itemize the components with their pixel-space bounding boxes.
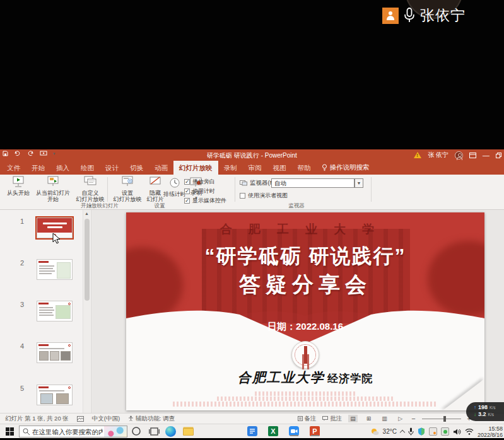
custom-slideshow-icon [83,176,97,187]
taskbar-search[interactable] [19,426,127,437]
tab-help[interactable]: 帮助 [292,161,317,175]
tab-insert[interactable]: 插入 [50,161,75,175]
running-indicator [290,435,298,436]
tab-animations[interactable]: 动画 [149,161,173,175]
thumbnail-slide-3[interactable] [37,301,73,321]
undo-icon[interactable] [14,151,22,156]
minimize-button[interactable]: — [483,149,489,161]
webcam-video-area: 张依宁 [0,0,504,149]
ribbon-tab-row: 文件 开始 插入 绘图 设计 切换 动画 幻灯片放映 录制 审阅 视图 帮助 操… [0,161,504,175]
building-sign-text: 合肥工业大学 [126,221,484,238]
setup-slideshow-icon [120,176,134,187]
monitor-select-caret[interactable]: ▼ [355,178,363,188]
zoom-slider-handle[interactable] [443,416,446,422]
tell-me-search[interactable]: 操作说明搜索 [317,161,375,175]
tab-draw[interactable]: 绘图 [75,161,100,175]
reading-view-button[interactable]: ▥ [380,415,389,422]
presenter-view-checkbox[interactable]: 使用演示者视图 [240,192,288,200]
checkbox-unchecked-icon [240,193,245,199]
setup-slideshow-button[interactable]: 设置 幻灯片放映 [111,176,144,202]
thumbnail-slide-4[interactable] [37,342,73,363]
qat-dropdown-caret[interactable]: ▾ [53,152,56,156]
tab-design[interactable]: 设计 [100,161,124,175]
comments-toggle[interactable]: 批注 [322,415,342,423]
weather-icon[interactable] [370,427,379,436]
powerpoint-window: ▾ 研学砥砺 研说践行 - PowerPoint 张 依宁 — 文件 开始 插入… [0,149,504,424]
start-button[interactable] [6,427,14,436]
tab-file[interactable]: 文件 [1,161,26,175]
upload-speed: ↑ 198 K/s [474,404,501,411]
scrollbar-thumb[interactable] [85,219,90,301]
from-beginning-button[interactable]: 从头开始 [4,176,33,196]
from-current-slide-button[interactable]: 从当前幻灯片 开始 [33,176,73,202]
temperature-label[interactable]: 32°C [383,428,397,435]
slide-canvas[interactable]: 合肥工业大学 “研学砥砺 研说践行” 答疑分享会 日期：2022.08.16 合… [91,210,504,413]
account-avatar[interactable] [455,151,463,159]
running-indicator [311,435,319,436]
play-narrations-checkbox[interactable]: 播放旁白 [184,178,215,186]
tab-transitions[interactable]: 切换 [124,161,149,175]
account-name[interactable]: 张 依宁 [428,151,448,159]
tab-slideshow[interactable]: 幻灯片放映 [173,161,218,175]
file-explorer-icon[interactable] [183,428,194,436]
slideshow-view-button[interactable]: ▷ [396,415,405,422]
monitor-select[interactable]: 自动 [271,178,355,188]
search-input[interactable] [31,428,104,436]
network-speed-overlay[interactable]: ↑ 198 K/s ↓ 3.2 K/s [466,402,504,421]
tab-review[interactable]: 审阅 [243,161,267,175]
show-media-controls-checkbox[interactable]: 显示媒体控件 [184,197,226,205]
slideshow-qat-icon[interactable] [40,151,47,156]
use-timings-checkbox[interactable]: 使用计时 [184,187,215,195]
group-label-start-slideshow: 开始放映幻灯片 [81,202,119,210]
titlebar-right: 张 依宁 — [414,149,501,161]
ribbon-slideshow: 从头开始 从当前幻灯片 开始 自定义 幻灯片放映 ▾ 设置 幻灯片放映 隐藏 [0,175,504,210]
tray-mic-icon[interactable] [408,427,414,436]
security-shield-icon[interactable] [418,427,425,436]
volume-icon[interactable] [453,428,461,436]
participant-badge [382,8,399,24]
normal-view-button[interactable]: ▤ [348,415,358,422]
zoom-slider[interactable] [422,419,461,419]
meeting-app-icon[interactable] [289,426,299,436]
tray-expand-icon[interactable] [400,430,405,435]
ribbon-display-options-icon[interactable] [469,153,476,158]
theme-icon[interactable] [77,416,84,422]
excel-icon[interactable]: X [268,426,278,436]
slide-1-editor[interactable]: 合肥工业大学 “研学砥砺 研说践行” 答疑分享会 日期：2022.08.16 合… [126,212,484,410]
tab-home[interactable]: 开始 [26,161,50,175]
person-icon [386,11,395,20]
tray-app-icon-1[interactable] [429,427,437,436]
language-status[interactable]: 中文(中国) [92,415,120,423]
microphone-icon [403,8,416,24]
redo-icon[interactable] [28,151,34,156]
checkbox-checked-icon [184,179,190,185]
tray-clock[interactable]: 15:58 2022/8/16 [478,426,503,438]
search-icon [22,427,31,436]
task-view-icon[interactable] [149,426,160,437]
slide-date: 日期：2022.08.16 [126,321,484,333]
tray-app-icon-2[interactable] [441,427,449,436]
powerpoint-icon[interactable]: P [310,426,320,436]
cortana-icon[interactable] [131,426,142,437]
restore-button[interactable] [496,153,501,158]
thumbnail-slide-2[interactable] [37,259,73,280]
wifi-icon[interactable] [465,428,474,435]
thumbnail-slide-5[interactable] [37,385,73,405]
scroll-up-icon[interactable]: ▲ [83,210,90,216]
download-arrow-icon: ↓ [474,411,476,418]
edge-icon[interactable] [165,426,176,437]
thumbnail-scrollbar[interactable]: ▲ [83,210,90,413]
from-current-slide-icon [46,176,60,187]
save-icon[interactable] [3,151,8,156]
hide-slide-icon [148,176,162,187]
warning-icon[interactable] [414,152,421,158]
notes-toggle[interactable]: 备注 [298,415,317,423]
tab-record[interactable]: 录制 [218,161,243,175]
quick-access-toolbar: ▾ [3,151,56,156]
accessibility-status[interactable]: 辅助功能: 调查 [128,415,175,423]
app-icon-blue-doc[interactable] [247,426,257,436]
slide-sorter-view-button[interactable]: ⊞ [364,415,373,422]
zoom-out-button[interactable]: − [411,415,415,422]
statusbar-right: 备注 批注 ▤ ⊞ ▥ ▷ − + [298,415,471,423]
tab-view[interactable]: 视图 [267,161,292,175]
